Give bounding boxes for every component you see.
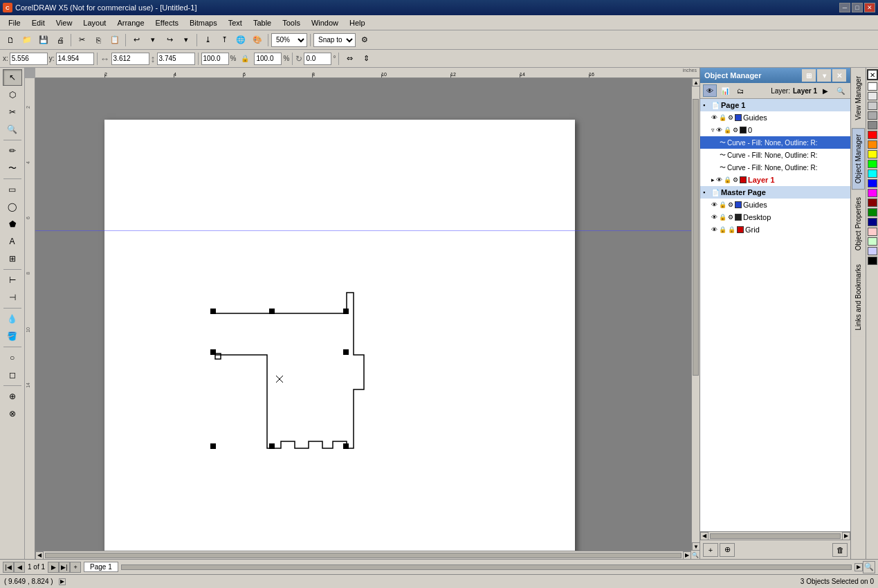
freehand-tool[interactable]: ✏ — [3, 143, 22, 159]
page-canvas[interactable] — [104, 120, 575, 551]
expand-status[interactable]: ▶ — [59, 578, 66, 585]
export-button[interactable]: ⤒ — [217, 33, 232, 48]
redo-button[interactable]: ↪ — [162, 33, 177, 48]
close-button[interactable]: ✕ — [864, 3, 875, 12]
color-orange[interactable] — [868, 140, 877, 149]
color-gray3[interactable] — [868, 121, 877, 129]
layer1-expand[interactable]: ▸ — [711, 176, 715, 183]
menu-arrange[interactable]: Arrange — [111, 15, 149, 30]
height-input[interactable] — [157, 53, 195, 65]
scroll-down-arrow[interactable]: ▼ — [692, 542, 699, 551]
om-master-guides[interactable]: 👁 🔒 ⚙ Guides — [700, 199, 850, 211]
x-input[interactable] — [10, 53, 48, 65]
page-hscroll-thumb[interactable] — [121, 564, 852, 570]
save-button[interactable]: 💾 — [36, 33, 51, 48]
color-gray2[interactable] — [868, 111, 877, 120]
fill-tool[interactable]: 🪣 — [3, 328, 22, 344]
new-button[interactable]: 🗋 — [3, 33, 18, 48]
color-blue[interactable] — [868, 179, 877, 187]
menu-effects[interactable]: Effects — [150, 15, 184, 30]
tab-view-manager[interactable]: View Manager — [852, 70, 865, 127]
zoom-in-page[interactable]: 🔍 — [863, 561, 875, 573]
angle-input[interactable] — [304, 53, 331, 65]
menu-edit[interactable]: Edit — [26, 15, 51, 30]
color-lightpink[interactable] — [868, 228, 877, 236]
maximize-button[interactable]: □ — [852, 3, 863, 12]
om-delete-layer[interactable]: 🗑 — [832, 543, 848, 557]
tab-object-properties[interactable]: Object Properties — [852, 191, 865, 257]
cut-button[interactable]: ✂ — [74, 33, 89, 48]
page1-tab[interactable]: Page 1 — [84, 562, 118, 572]
width-input[interactable] — [111, 53, 149, 65]
color-yellow[interactable] — [868, 150, 877, 158]
shape-tool[interactable]: ⬡ — [3, 86, 22, 103]
om-show-status[interactable]: 📊 — [718, 84, 732, 97]
color-white[interactable] — [868, 82, 877, 91]
om-masterpage[interactable]: ▪ 📄 Master Page — [700, 186, 850, 199]
first-page-button[interactable]: |◀ — [3, 562, 14, 573]
undo-dropdown[interactable]: ▾ — [145, 33, 161, 48]
add-page-button[interactable]: + — [70, 562, 81, 573]
paste-button[interactable]: 📋 — [107, 33, 122, 48]
color-cyan[interactable] — [868, 169, 877, 178]
import-button[interactable]: ⤓ — [200, 33, 215, 48]
horizontal-scrollbar[interactable]: ◀ ▶ — [35, 551, 691, 559]
parallel-dim-tool[interactable]: ⊢ — [3, 272, 22, 288]
page-scroll-right[interactable]: ▶ — [854, 563, 863, 571]
menu-bitmaps[interactable]: Bitmaps — [184, 15, 223, 30]
om-curve3[interactable]: 〜 Curve - Fill: None, Outline: R:0 G:0 B… — [700, 161, 850, 174]
color-darkred[interactable] — [868, 199, 877, 207]
menu-layout[interactable]: Layout — [77, 15, 111, 30]
tab-links-bookmarks[interactable]: Links and Bookmarks — [852, 258, 865, 337]
table-tool[interactable]: ⊞ — [3, 250, 22, 267]
om-hscroll-thumb[interactable] — [710, 533, 841, 539]
publish-button[interactable]: 🌐 — [233, 33, 248, 48]
undo-button[interactable]: ↩ — [129, 33, 144, 48]
mirror-v-button[interactable]: ⇕ — [358, 51, 374, 66]
om-curve2[interactable]: 〜 Curve - Fill: None, Outline: R:0 G:0 B… — [700, 149, 850, 161]
menu-tools[interactable]: Tools — [277, 15, 306, 30]
color-lightgray[interactable] — [868, 92, 877, 100]
connector-tool[interactable]: ⊣ — [3, 289, 22, 306]
menu-help[interactable]: Help — [344, 15, 371, 30]
text-tool[interactable]: A — [3, 233, 22, 250]
last-page-button[interactable]: ▶| — [59, 562, 70, 573]
polygon-tool[interactable]: ⬟ — [3, 216, 22, 232]
menu-table[interactable]: Table — [248, 15, 277, 30]
smart-draw-tool[interactable]: 〜 — [3, 160, 22, 176]
next-page-button[interactable]: ▶ — [48, 562, 59, 573]
om-scroll-right[interactable]: ▶ — [842, 532, 850, 540]
zoom-dropdown[interactable]: 50% 25% 75% 100% — [271, 33, 307, 47]
om-close-button[interactable]: ✕ — [832, 69, 846, 82]
fill-color-tool[interactable]: ◻ — [3, 367, 22, 383]
om-masterpage-expand[interactable]: ▪ — [703, 189, 710, 196]
om-new-layer[interactable]: + — [703, 543, 718, 557]
y-input[interactable] — [56, 53, 94, 65]
om-hscroll[interactable]: ◀ ▶ — [700, 531, 850, 540]
om-navigate-button[interactable]: ▶ — [818, 84, 832, 97]
om-show-objects[interactable]: 👁 — [703, 84, 717, 97]
om-page1[interactable]: ▪ 📄 Page 1 — [700, 99, 850, 111]
om-p1-layer1[interactable]: ▸ 👁 🔒 ⚙ Layer 1 — [700, 174, 850, 186]
ellipse-tool[interactable]: ◯ — [3, 199, 22, 215]
menu-view[interactable]: View — [51, 15, 78, 30]
scroll-up-arrow[interactable]: ▲ — [692, 78, 699, 86]
scroll-left-arrow[interactable]: ◀ — [35, 551, 44, 560]
color-button[interactable]: 🎨 — [250, 33, 265, 48]
om-desktop[interactable]: 👁 🔒 ⚙ Desktop — [700, 211, 850, 223]
om-page1-expand[interactable]: ▪ — [703, 102, 710, 109]
mirror-h-button[interactable]: ⇔ — [342, 51, 357, 66]
canvas-content[interactable] — [35, 78, 691, 551]
lock-ratio-button[interactable]: 🔒 — [237, 51, 253, 66]
om-search-button[interactable]: 🔍 — [834, 84, 848, 97]
menu-text[interactable]: Text — [223, 15, 248, 30]
layer0-expand[interactable]: ▿ — [711, 127, 715, 134]
dropper-tool[interactable]: 💧 — [3, 311, 22, 327]
menu-window[interactable]: Window — [306, 15, 344, 30]
zoom-corner[interactable]: 🔍 — [691, 551, 699, 559]
om-scroll-left[interactable]: ◀ — [700, 532, 708, 540]
scroll-right-arrow[interactable]: ▶ — [683, 551, 691, 560]
om-p1-layer0[interactable]: ▿ 👁 🔒 ⚙ 0 — [700, 124, 850, 136]
om-new-master[interactable]: ⊕ — [720, 543, 735, 557]
page-scrollbar[interactable]: ▶ — [118, 560, 863, 574]
